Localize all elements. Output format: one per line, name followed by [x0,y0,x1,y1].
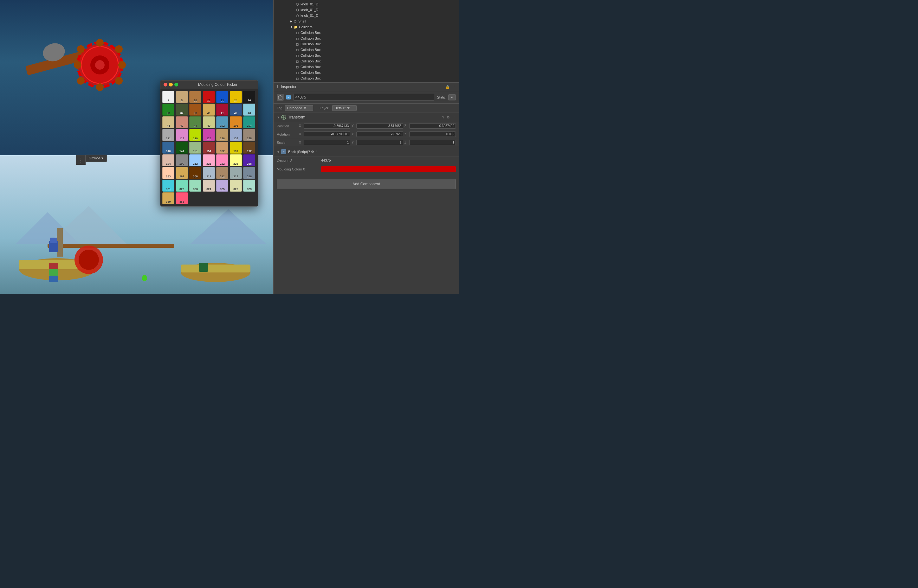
active-checkbox[interactable]: ✓ [286,95,291,100]
color-cell-182[interactable]: 182 [216,142,228,153]
color-cell-48[interactable]: 48 [189,116,201,128]
color-cell-18[interactable]: 18 [189,91,201,103]
color-cell-26[interactable]: 26 [243,91,255,103]
color-cell-322[interactable]: 322 [176,179,188,192]
hierarchy-item-collision-box[interactable]: ◻ Collision Box [274,47,459,53]
scale-z-input[interactable] [409,140,456,145]
color-cell-106[interactable]: 106 [230,116,242,128]
color-cell-38[interactable]: 38 [189,103,201,116]
position-x-input[interactable] [304,123,350,129]
color-cell-222[interactable]: 222 [216,154,228,166]
color-cell-326[interactable]: 326 [230,179,242,192]
color-cell-44[interactable]: 44 [162,116,174,128]
add-component-button[interactable]: Add Component [277,179,456,189]
hierarchy-item[interactable]: ⬡ knob_01_D [274,7,459,13]
color-cell-1[interactable]: 1 [162,91,174,103]
color-cell-126[interactable]: 126 [216,129,228,141]
position-y-input[interactable] [356,123,403,129]
hierarchy-item-shell[interactable]: ▶ ⬡ Shell [274,18,459,24]
color-cell-24[interactable]: 24 [230,91,242,103]
help-icon[interactable]: ? [442,115,444,120]
color-cell-268[interactable]: 268 [243,154,255,166]
transform-section-header[interactable]: ▼ Transform ? ⚙ ⋮ [274,113,459,122]
more-icon[interactable]: ⋮ [452,115,456,120]
menu-icon[interactable]: ⋮ [452,85,456,89]
settings-icon[interactable]: ⚙ [447,115,450,120]
close-button[interactable] [164,83,167,87]
object-name-input[interactable] [293,94,434,101]
color-cell-330[interactable]: 330 [162,192,174,204]
settings-icon[interactable]: ⚙ [311,150,314,153]
help-icon[interactable]: ? [308,150,310,153]
hierarchy-item-collision-box[interactable]: ◻ Collision Box [274,36,459,41]
hierarchy-item-collision-box[interactable]: ◻ Collision Box [274,41,459,47]
color-cell-37[interactable]: 37 [176,103,188,116]
rotation-z-input[interactable] [409,131,456,137]
color-cell-113[interactable]: 113 [176,129,188,141]
color-cell-41[interactable]: 41 [216,103,228,116]
color-cell-138[interactable]: 138 [243,129,255,141]
color-cell-124[interactable]: 124 [203,129,215,141]
color-cell-192[interactable]: 192 [243,142,255,153]
color-cell-325[interactable]: 325 [216,179,228,192]
viewport-menu-button[interactable]: ⋮ [76,155,86,165]
color-cell-324[interactable]: 324 [203,179,215,192]
layer-dropdown[interactable]: Default [332,105,356,111]
lock-icon[interactable]: 🔒 [445,85,450,89]
color-cell-194[interactable]: 194 [162,154,174,166]
hierarchy-item-collision-box[interactable]: ◻ Collision Box [274,64,459,70]
hierarchy-item[interactable]: ⬡ knob_01_D [274,1,459,7]
color-cell-42[interactable]: 42 [230,103,242,116]
tag-dropdown[interactable]: Untagged [285,105,314,111]
color-cell-140[interactable]: 140 [162,142,174,153]
color-cell-49[interactable]: 49 [203,116,215,128]
maximize-button[interactable] [174,83,178,87]
color-cell-5[interactable]: 5 [176,91,188,103]
color-cell-353[interactable]: 353 [176,192,188,204]
hierarchy-item-collision-box[interactable]: ◻ Collision Box [274,70,459,75]
scale-x-input[interactable] [304,140,350,145]
hierarchy-item-collision-box[interactable]: ◻ Collision Box [274,53,459,58]
color-cell-111[interactable]: 111 [162,129,174,141]
moulding-colour-swatch[interactable] [321,166,456,172]
scale-y-input[interactable] [356,140,403,145]
hierarchy-item[interactable]: ⬡ knob_01_D [274,13,459,18]
color-cell-107[interactable]: 107 [243,116,255,128]
color-cell-141[interactable]: 141 [176,142,188,153]
color-cell-151[interactable]: 151 [189,142,201,153]
brick-script-header[interactable]: ▼ # Brick (Script) ? ⚙ ⋮ [274,147,459,157]
position-z-input[interactable] [409,123,456,129]
color-cell-199[interactable]: 199 [176,154,188,166]
color-cell-21[interactable]: 21 [203,91,215,103]
color-cell-329[interactable]: 329 [243,179,255,192]
color-cell-43[interactable]: 43 [243,103,255,116]
color-cell-28[interactable]: 28 [162,103,174,116]
hierarchy-item-collision-box[interactable]: ◻ Collision Box [274,75,459,81]
color-cell-312[interactable]: 312 [216,167,228,179]
gizmos-button[interactable]: Gizmos ▾ [85,155,107,162]
static-dropdown[interactable]: ▾ [448,94,456,100]
color-cell-191[interactable]: 191 [230,142,242,153]
color-cell-308[interactable]: 308 [189,167,201,179]
color-cell-226[interactable]: 226 [230,154,242,166]
color-cell-154[interactable]: 154 [203,142,215,153]
color-cell-23[interactable]: 23 [216,91,228,103]
hierarchy-item-collision-box[interactable]: ◻ Collision Box [274,58,459,64]
color-cell-212[interactable]: 212 [189,154,201,166]
color-cell-221[interactable]: 221 [203,154,215,166]
hierarchy-item-collision-box[interactable]: ◻ Collision Box [274,30,459,36]
color-cell-311[interactable]: 311 [203,167,215,179]
color-cell-316[interactable]: 316 [243,167,255,179]
color-cell-283[interactable]: 283 [162,167,174,179]
color-cell-315[interactable]: 315 [230,167,242,179]
hierarchy-item-colliders[interactable]: ▼ 📁 Colliders [274,24,459,30]
color-cell-102[interactable]: 102 [216,116,228,128]
minimize-button[interactable] [169,83,173,87]
color-cell-321[interactable]: 321 [162,179,174,192]
color-cell-323[interactable]: 323 [189,179,201,192]
rotation-y-input[interactable] [356,131,403,137]
rotation-x-input[interactable] [304,131,350,137]
more-icon[interactable]: ⋮ [315,150,319,153]
color-cell-47[interactable]: 47 [176,116,188,128]
color-cell-119[interactable]: 119 [189,129,201,141]
